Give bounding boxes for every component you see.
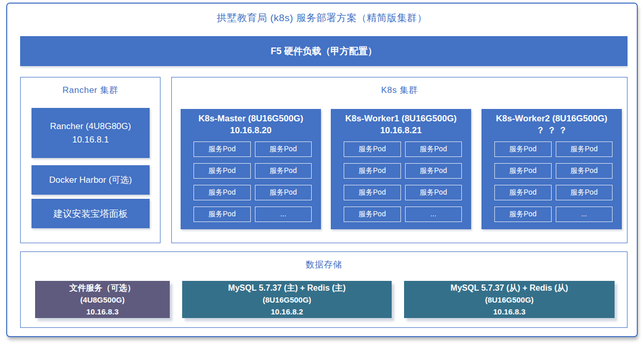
pod-grid: 服务Pod 服务Pod 服务Pod 服务Pod 服务Pod 服务Pod 服务Po… <box>494 141 613 222</box>
pod-cell: 服务Pod <box>194 141 251 157</box>
pod-cell: 服务Pod <box>556 185 613 200</box>
rancher-cluster-title: Rancher 集群 <box>21 84 160 96</box>
docker-harbor-box: Docker Harbor (可选) <box>31 165 150 195</box>
pod-cell: 服务Pod <box>494 185 552 200</box>
file-service-name: 文件服务（可选） <box>70 282 136 294</box>
pod-cell: 服务Pod <box>344 207 401 222</box>
mysql-slave-ip: 10.16.8.3 <box>493 306 526 318</box>
k8s-cluster-title: K8s 集群 <box>172 84 627 96</box>
node-ip: 10.16.8.21 <box>331 124 471 137</box>
file-service-ip: 10.16.8.3 <box>86 306 119 318</box>
k8s-cluster-container: K8s 集群 K8s-Master (8U16G500G) 10.16.8.20… <box>171 77 627 243</box>
rancher-node-name: Rancher (4U8G80G) <box>50 120 131 133</box>
rancher-cluster-container: Rancher 集群 Rancher (4U8G80G) 10.16.8.1 D… <box>20 77 160 243</box>
pod-cell: 服务Pod <box>556 163 613 179</box>
pod-cell: 服务Pod <box>255 163 312 179</box>
node-name: K8s-Worker1 (8U16G500G) <box>331 114 471 124</box>
pod-cell: 服务Pod <box>344 163 401 179</box>
k8s-worker2-node-box: K8s-Worker2 (8U16G500G) ？ ？ ？ 服务Pod 服务Po… <box>481 109 622 229</box>
pod-cell: 服务Pod <box>556 141 613 157</box>
pod-cell: 服务Pod <box>494 141 552 157</box>
file-service-box: 文件服务（可选） (4U8G500G) 10.16.8.3 <box>35 281 170 318</box>
baota-panel-box: 建议安装宝塔面板 <box>31 199 150 228</box>
pod-cell: 服务Pod <box>255 185 312 200</box>
pod-cell: 服务Pod <box>194 207 251 222</box>
outer-frame: 拱墅教育局 (k8s) 服务部署方案（精简版集群） F5 硬件负载（甲方配置） … <box>6 3 638 337</box>
node-name: K8s-Master (8U16G500G) <box>181 114 321 124</box>
mysql-master-box: MySQL 5.7.37 (主) + Redis (主) (8U16G500G)… <box>182 281 392 318</box>
node-name: K8s-Worker2 (8U16G500G) <box>481 114 622 124</box>
deployment-diagram: 拱墅教育局 (k8s) 服务部署方案（精简版集群） F5 硬件负载（甲方配置） … <box>0 0 644 348</box>
file-service-spec: (4U8G500G) <box>81 294 125 306</box>
mysql-slave-box: MySQL 5.7.37 (从) + Redis (从) (8U16G500G)… <box>404 281 615 318</box>
pod-cell: 服务Pod <box>494 163 552 179</box>
mysql-master-name: MySQL 5.7.37 (主) + Redis (主) <box>228 282 346 294</box>
k8s-worker1-node-box: K8s-Worker1 (8U16G500G) 10.16.8.21 服务Pod… <box>331 109 471 229</box>
node-ip: ？ ？ ？ <box>481 124 622 137</box>
rancher-node-ip: 10.16.8.1 <box>72 133 109 147</box>
pod-cell: 服务Pod <box>494 207 552 222</box>
data-storage-title: 数据存储 <box>21 259 627 271</box>
pod-cell: 服务Pod <box>255 141 312 157</box>
pod-grid: 服务Pod 服务Pod 服务Pod 服务Pod 服务Pod 服务Pod 服务Po… <box>194 141 312 222</box>
f5-load-balancer-box: F5 硬件负载（甲方配置） <box>20 36 627 66</box>
mysql-master-spec: (8U16G500G) <box>263 294 311 306</box>
data-storage-container: 数据存储 文件服务（可选） (4U8G500G) 10.16.8.3 MySQL… <box>20 251 627 328</box>
pod-cell: 服务Pod <box>344 185 401 200</box>
pod-cell: 服务Pod <box>194 185 251 200</box>
pod-cell: 服务Pod <box>405 141 462 157</box>
pod-cell: 服务Pod <box>344 141 401 157</box>
mysql-slave-name: MySQL 5.7.37 (从) + Redis (从) <box>450 282 568 294</box>
mysql-master-ip: 10.16.8.2 <box>271 306 303 318</box>
pod-more-cell: ... <box>556 207 613 222</box>
pod-grid: 服务Pod 服务Pod 服务Pod 服务Pod 服务Pod 服务Pod 服务Po… <box>344 141 462 222</box>
node-ip: 10.16.8.20 <box>181 124 321 137</box>
k8s-master-node-box: K8s-Master (8U16G500G) 10.16.8.20 服务Pod … <box>181 109 321 229</box>
page-title: 拱墅教育局 (k8s) 服务部署方案（精简版集群） <box>7 11 637 25</box>
baota-panel-label: 建议安装宝塔面板 <box>54 208 128 220</box>
docker-harbor-label: Docker Harbor (可选) <box>49 174 132 186</box>
rancher-node-box: Rancher (4U8G80G) 10.16.8.1 <box>31 108 150 158</box>
mysql-slave-spec: (8U16G500G) <box>485 294 534 306</box>
pod-more-cell: ... <box>255 207 312 222</box>
pod-more-cell: ... <box>405 207 462 222</box>
pod-cell: 服务Pod <box>194 163 251 179</box>
pod-cell: 服务Pod <box>405 163 462 179</box>
pod-cell: 服务Pod <box>405 185 462 200</box>
f5-load-balancer-label: F5 硬件负载（甲方配置） <box>270 45 377 57</box>
